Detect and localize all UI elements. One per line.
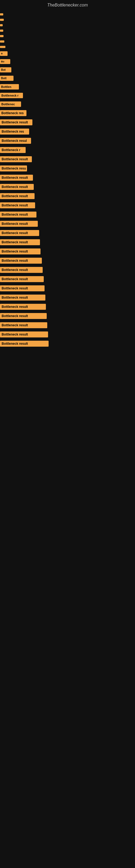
bottleneck-result-label: Bottleneck result <box>0 239 40 245</box>
bottleneck-result-label: Bottleneck result <box>0 258 42 264</box>
list-item: Bottleneck result <box>0 155 135 164</box>
list-item: Bottlenec <box>0 100 135 108</box>
bottleneck-result-label: Bottleneck result <box>0 212 37 218</box>
list-item: Bottleneck r <box>0 145 135 155</box>
list-item: B <box>0 50 135 58</box>
list-item: Bottleneck result <box>0 219 135 228</box>
list-item: Bottleneck result <box>0 256 135 265</box>
bottleneck-result-label <box>0 40 4 42</box>
list-item: Bottleneck result <box>0 173 135 182</box>
list-item <box>0 44 135 50</box>
list-item: Bottleneck result <box>0 191 135 201</box>
content-area: BBoBotBottBottlenBottleneck rBottlenecBo… <box>0 9 135 351</box>
bottleneck-result-label: Bot <box>0 67 11 72</box>
list-item: Bottleneck result <box>0 247 135 256</box>
list-item: Bottleneck r <box>0 91 135 100</box>
bottleneck-result-label: Bottleneck result <box>0 175 33 181</box>
list-item: Bottleneck result <box>0 321 135 330</box>
list-item: Bottleneck result <box>0 275 135 284</box>
list-item: Bottleneck result <box>0 118 135 127</box>
bottleneck-result-label: Bottleneck result <box>0 304 46 310</box>
list-item: Bottleneck result <box>0 182 135 191</box>
bottleneck-result-label: Bottleneck result <box>0 313 47 319</box>
list-item: Bottleneck res <box>0 127 135 136</box>
bottleneck-result-label: Bottleneck result <box>0 322 47 328</box>
list-item: Bott <box>0 74 135 83</box>
site-title: TheBottlenecker.com <box>0 0 135 9</box>
list-item: Bottlen <box>0 83 135 91</box>
bottleneck-result-label: Bottleneck r <box>0 93 23 98</box>
list-item: Bot <box>0 66 135 74</box>
list-item: Bottleneck result <box>0 201 135 210</box>
bottleneck-result-label: Bottleneck result <box>0 203 35 208</box>
list-item <box>0 33 135 39</box>
bottleneck-result-label: Bott <box>0 76 13 81</box>
bottleneck-result-label: Bottleneck result <box>0 230 39 236</box>
list-item: Bottleneck result <box>0 265 135 275</box>
list-item: Bottleneck result <box>0 238 135 247</box>
bottleneck-result-label: Bottleneck result <box>0 285 45 291</box>
bottleneck-result-label: Bottleneck r <box>0 147 26 153</box>
list-item <box>0 39 135 44</box>
list-item <box>0 23 135 28</box>
bottleneck-result-label: Bottleneck result <box>0 248 41 254</box>
list-item: Bottleneck resul <box>0 136 135 145</box>
bottleneck-result-label: Bottleneck result <box>0 193 35 199</box>
list-item: Bo <box>0 58 135 66</box>
bottleneck-result-label: B <box>0 51 8 56</box>
bottleneck-result-label <box>0 24 3 26</box>
list-item: Bottleneck result <box>0 293 135 302</box>
bottleneck-result-label: Bottleneck result <box>0 332 48 337</box>
list-item <box>0 17 135 23</box>
list-item: Bottleneck result <box>0 210 135 219</box>
list-item: Bottleneck result <box>0 228 135 238</box>
bottleneck-result-label: Bottleneck resu <box>0 165 27 172</box>
list-item <box>0 28 135 33</box>
bottleneck-result-label <box>0 19 4 21</box>
list-item: Bottleneck result <box>0 284 135 293</box>
list-item: Bottleneck result <box>0 330 135 339</box>
bottleneck-result-label: Bottleneck result <box>0 221 38 227</box>
list-item: Bottleneck res <box>0 108 135 118</box>
list-item: Bottleneck result <box>0 339 135 348</box>
bottleneck-result-label: Bottleneck result <box>0 276 44 282</box>
bottleneck-result-label: Bottleneck res <box>0 110 27 116</box>
bottleneck-result-label <box>0 30 3 32</box>
bottleneck-result-label: Bottleneck result <box>0 119 32 125</box>
bottleneck-result-label: Bottleneck resul <box>0 138 31 144</box>
bottleneck-result-label: Bottleneck result <box>0 156 32 162</box>
bottleneck-result-label: Bottlenec <box>0 101 21 107</box>
bottleneck-result-label: Bottleneck result <box>0 267 43 273</box>
bottleneck-result-label: Bottleneck result <box>0 184 34 190</box>
bottleneck-result-label: Bottleneck res <box>0 129 29 134</box>
bottleneck-result-label <box>0 13 3 16</box>
list-item: Bottleneck resu <box>0 164 135 173</box>
bottleneck-result-label: Bottleneck result <box>0 341 49 347</box>
list-item: Bottleneck result <box>0 311 135 321</box>
bottleneck-result-label: Bo <box>0 59 10 64</box>
bottleneck-result-label <box>0 35 3 37</box>
bottleneck-result-label: Bottlen <box>0 84 19 90</box>
list-item <box>0 12 135 17</box>
bottleneck-result-label <box>0 46 5 48</box>
bottleneck-result-label: Bottleneck result <box>0 294 45 301</box>
list-item: Bottleneck result <box>0 302 135 311</box>
